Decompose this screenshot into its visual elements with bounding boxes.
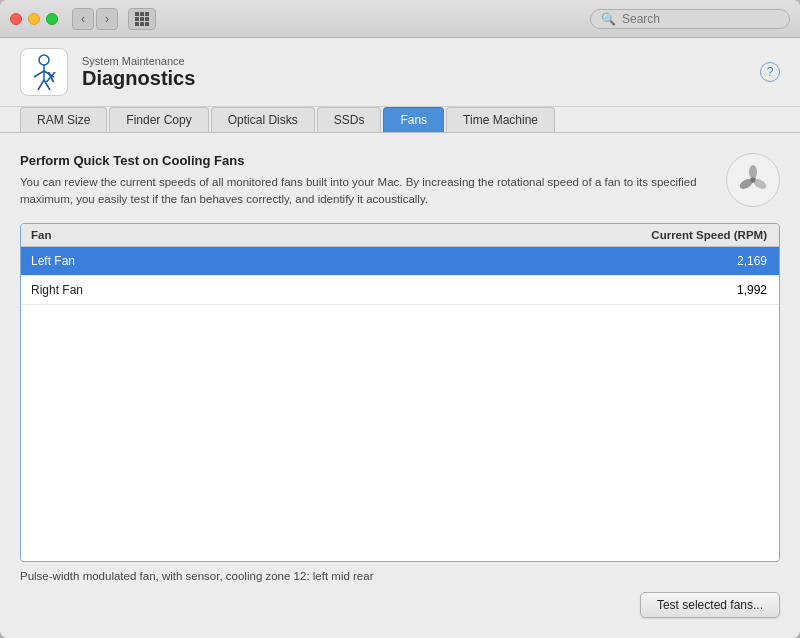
fan-name: Right Fan <box>21 276 579 304</box>
app-title: Diagnostics <box>82 67 195 90</box>
table-row[interactable]: Left Fan 2,169 <box>21 247 779 276</box>
content-area: Perform Quick Test on Cooling Fans You c… <box>0 133 800 638</box>
search-icon: 🔍 <box>601 12 616 26</box>
forward-button[interactable]: › <box>96 8 118 30</box>
logo-icon: X <box>20 48 68 96</box>
svg-line-4 <box>38 80 44 90</box>
svg-point-0 <box>39 55 49 65</box>
tabs-bar: RAM Size Finder Copy Optical Disks SSDs … <box>0 107 800 133</box>
section-header: Perform Quick Test on Cooling Fans You c… <box>20 153 780 209</box>
table-row[interactable]: Right Fan 1,992 <box>21 276 779 305</box>
nav-buttons: ‹ › <box>72 8 118 30</box>
traffic-lights <box>10 13 58 25</box>
search-input[interactable] <box>622 12 779 26</box>
tab-fans[interactable]: Fans <box>383 107 444 132</box>
svg-text:X: X <box>45 69 57 85</box>
svg-point-8 <box>749 165 757 179</box>
footer-actions: Test selected fans... <box>20 592 780 618</box>
fan-icon <box>726 153 780 207</box>
minimize-button[interactable] <box>28 13 40 25</box>
fan-speed: 2,169 <box>579 247 779 275</box>
column-speed: Current Speed (RPM) <box>579 224 779 246</box>
maximize-button[interactable] <box>46 13 58 25</box>
tab-ram-size[interactable]: RAM Size <box>20 107 107 132</box>
close-button[interactable] <box>10 13 22 25</box>
search-bar[interactable]: 🔍 <box>590 9 790 29</box>
titlebar: ‹ › 🔍 <box>0 0 800 38</box>
column-fan: Fan <box>21 224 579 246</box>
test-selected-fans-button[interactable]: Test selected fans... <box>640 592 780 618</box>
table-header: Fan Current Speed (RPM) <box>21 224 779 247</box>
section-title: Perform Quick Test on Cooling Fans <box>20 153 712 168</box>
table-body: Left Fan 2,169 Right Fan 1,992 <box>21 247 779 562</box>
app-header: X System Maintenance Diagnostics ? <box>0 38 800 107</box>
tab-optical-disks[interactable]: Optical Disks <box>211 107 315 132</box>
footer-info: Pulse-width modulated fan, with sensor, … <box>20 570 780 582</box>
back-button[interactable]: ‹ <box>72 8 94 30</box>
fan-svg <box>735 162 771 198</box>
help-button[interactable]: ? <box>760 62 780 82</box>
tab-time-machine[interactable]: Time Machine <box>446 107 555 132</box>
grid-button[interactable] <box>128 8 156 30</box>
svg-line-2 <box>34 71 44 77</box>
grid-icon <box>135 12 149 26</box>
svg-point-11 <box>751 178 756 183</box>
tab-finder-copy[interactable]: Finder Copy <box>109 107 208 132</box>
app-subtitle: System Maintenance <box>82 55 195 67</box>
app-logo: X <box>20 48 68 96</box>
fan-name: Left Fan <box>21 247 579 275</box>
fan-table: Fan Current Speed (RPM) Left Fan 2,169 R… <box>20 223 780 563</box>
section-text: Perform Quick Test on Cooling Fans You c… <box>20 153 712 209</box>
main-window: ‹ › 🔍 <box>0 0 800 638</box>
tab-ssds[interactable]: SSDs <box>317 107 382 132</box>
section-desc: You can review the current speeds of all… <box>20 174 712 209</box>
fan-speed: 1,992 <box>579 276 779 304</box>
app-title-group: System Maintenance Diagnostics <box>82 55 195 90</box>
